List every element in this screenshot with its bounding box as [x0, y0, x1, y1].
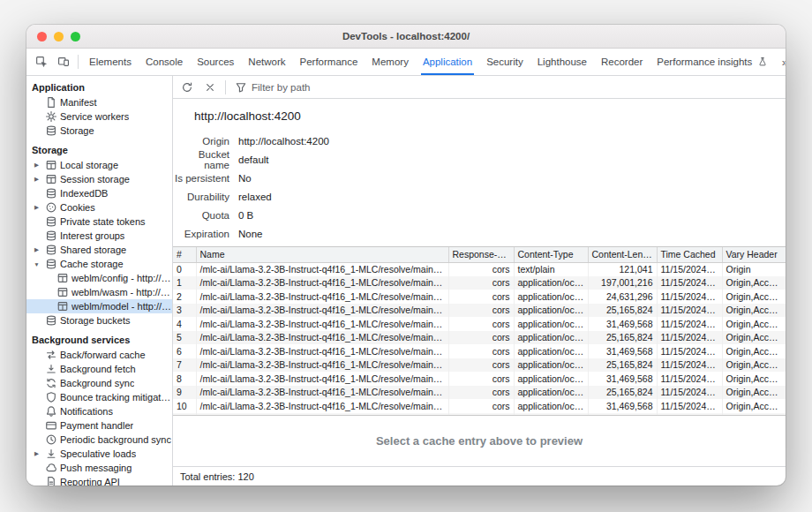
cell-content-type: application/oc… [514, 317, 588, 331]
database-icon [44, 314, 57, 328]
sidebar-item-cache-storage[interactable]: ▼Cache storage [26, 257, 172, 271]
sidebar-item-interest-groups[interactable]: Interest groups [26, 229, 172, 243]
sidebar-item-weblm-config-http-loc[interactable]: weblm/config - http://loc… [26, 271, 172, 285]
sidebar-item-storage-buckets[interactable]: Storage buckets [26, 313, 172, 328]
chevron-right-icon[interactable]: ▶ [32, 204, 41, 211]
tab-label: Network [248, 56, 285, 67]
column-header-response-type[interactable]: Response-Type [448, 247, 514, 262]
tab-application[interactable]: Application [416, 49, 479, 75]
tab-recorder[interactable]: Recorder [594, 49, 650, 75]
tab-security[interactable]: Security [479, 49, 530, 75]
sidebar-item-indexeddb[interactable]: IndexedDB [26, 186, 172, 200]
sidebar-item-background-fetch[interactable]: Background fetch [26, 362, 172, 376]
cell-name: /mlc-ai/Llama-3.2-3B-Instruct-q4f16_1-ML… [196, 386, 448, 400]
chevron-right-icon[interactable]: ▶ [32, 450, 41, 457]
cell-content-length: 25,165,824 [588, 331, 657, 345]
column-header-name[interactable]: Name [196, 247, 448, 262]
sidebar-item-notifications[interactable]: Notifications [26, 404, 172, 418]
cache-toolbar [173, 76, 786, 99]
titlebar[interactable]: DevTools - localhost:4200/ [26, 25, 786, 49]
tab-elements[interactable]: Elements [82, 49, 139, 75]
sidebar-item-speculative-loads[interactable]: ▶Speculative loads [26, 447, 172, 461]
table-row[interactable]: 5/mlc-ai/Llama-3.2-3B-Instruct-q4f16_1-M… [173, 331, 786, 345]
chevron-down-icon[interactable]: ▼ [32, 261, 41, 267]
column-header-content-length[interactable]: Content-Length [588, 247, 657, 262]
minimize-window-button[interactable] [54, 32, 64, 41]
chevron-right-icon[interactable]: ▶ [32, 162, 41, 169]
refresh-button[interactable] [176, 76, 198, 98]
cell-name: /mlc-ai/Llama-3.2-3B-Instruct-q4f16_1-ML… [196, 372, 448, 386]
sidebar-item-manifest[interactable]: Manifest [26, 95, 172, 109]
cell-vary-header: Origin,Access… [722, 331, 786, 345]
sidebar-item-shared-storage[interactable]: ▶Shared storage [26, 243, 172, 257]
table-row[interactable]: 6/mlc-ai/Llama-3.2-3B-Instruct-q4f16_1-M… [173, 344, 786, 358]
close-window-button[interactable] [37, 32, 47, 41]
sidebar-item-cookies[interactable]: ▶Cookies [26, 200, 172, 215]
sidebar-section-application: ApplicationManifestService workersStorag… [26, 80, 172, 138]
sidebar-item-reporting-api[interactable]: Reporting API [26, 475, 172, 486]
chevron-right-icon[interactable]: ▶ [32, 176, 41, 183]
device-toolbar-button[interactable] [52, 51, 74, 73]
sidebar-item-weblm-wasm-http-loca[interactable]: weblm/wasm - http://loca… [26, 285, 172, 299]
column-header-vary-header[interactable]: Vary Header [722, 247, 786, 262]
tab-lighthouse[interactable]: Lighthouse [530, 49, 594, 75]
table-row[interactable]: 8/mlc-ai/Llama-3.2-3B-Instruct-q4f16_1-M… [173, 372, 786, 386]
tab-performance[interactable]: Performance [293, 49, 365, 75]
sidebar-item-payment-handler[interactable]: Payment handler [26, 418, 172, 433]
delete-selected-button[interactable] [199, 76, 221, 98]
cell-response-type: cors [448, 386, 514, 400]
panel-content: ApplicationManifestService workersStorag… [26, 76, 786, 486]
meta-value-quota: 0 B [238, 210, 786, 221]
column-header-content-type[interactable]: Content-Type [514, 247, 588, 262]
table-row[interactable]: 2/mlc-ai/Llama-3.2-3B-Instruct-q4f16_1-M… [173, 290, 786, 304]
column-header-time-cached[interactable]: Time Cached [657, 247, 722, 262]
tab-performance-insights[interactable]: Performance insights [650, 49, 776, 75]
tab-label: Performance [300, 56, 358, 67]
database-icon [44, 187, 57, 200]
table-row[interactable]: 9/mlc-ai/Llama-3.2-3B-Instruct-q4f16_1-M… [173, 386, 786, 400]
cell-content-type: text/plain [514, 262, 588, 276]
meta-label-bucket-name: Bucket name [173, 149, 229, 170]
cache-origin-title: http://localhost:4200 [173, 102, 786, 132]
sidebar-item-private-state-tokens[interactable]: Private state tokens [26, 215, 172, 229]
cell-name: /mlc-ai/Llama-3.2-3B-Instruct-q4f16_1-ML… [196, 331, 448, 345]
table-row[interactable]: 10/mlc-ai/Llama-3.2-3B-Instruct-q4f16_1-… [173, 399, 786, 413]
cell-content-type: application/oc… [514, 386, 588, 400]
sidebar-section-storage: Storage▶Local storage▶Session storageInd… [26, 143, 172, 328]
cell-vary-header: Origin,Access… [722, 276, 786, 290]
sidebar-item-bounce-tracking-mitigations[interactable]: Bounce tracking mitigations [26, 390, 172, 404]
cell-content-type: application/oc… [514, 358, 588, 373]
sidebar-item-weblm-model-http-loc[interactable]: weblm/model - http://loc… [26, 299, 172, 313]
cell-content-length: 31,469,568 [588, 344, 657, 358]
sidebar-item-periodic-background-sync[interactable]: Periodic background sync [26, 433, 172, 447]
tab-sources[interactable]: Sources [190, 49, 241, 75]
sidebar-item-label: Cookies [60, 202, 95, 213]
cell-time-cached: 11/15/2024, 10… [657, 276, 722, 290]
chevron-right-icon[interactable]: ▶ [32, 246, 41, 253]
cell-name: /mlc-ai/Llama-3.2-3B-Instruct-q4f16_1-ML… [196, 358, 448, 373]
sidebar-item-local-storage[interactable]: ▶Local storage [26, 158, 172, 172]
tab-console[interactable]: Console [139, 49, 190, 75]
tab-network[interactable]: Network [241, 49, 292, 75]
sidebar-item-session-storage[interactable]: ▶Session storage [26, 172, 172, 186]
table-row[interactable]: 0/mlc-ai/Llama-3.2-3B-Instruct-q4f16_1-M… [173, 262, 786, 276]
table-row[interactable]: 3/mlc-ai/Llama-3.2-3B-Instruct-q4f16_1-M… [173, 304, 786, 318]
sidebar-item-back-forward-cache[interactable]: Back/forward cache [26, 348, 172, 362]
sidebar-section-title: Background services [26, 333, 172, 348]
zoom-window-button[interactable] [71, 32, 80, 41]
inspect-element-button[interactable] [30, 51, 52, 73]
tab-label: Memory [372, 56, 409, 67]
table-row[interactable]: 7/mlc-ai/Llama-3.2-3B-Instruct-q4f16_1-M… [173, 358, 786, 373]
more-tabs-button[interactable]: » [776, 51, 786, 73]
table-row[interactable]: 1/mlc-ai/Llama-3.2-3B-Instruct-q4f16_1-M… [173, 276, 786, 290]
sidebar-item-background-sync[interactable]: Background sync [26, 376, 172, 390]
sidebar-item-service-workers[interactable]: Service workers [26, 109, 172, 124]
filter-input[interactable] [252, 82, 446, 93]
database-icon [44, 244, 57, 257]
column-header-hash[interactable]: # [173, 247, 196, 262]
sidebar-item-label: Bounce tracking mitigations [60, 392, 172, 403]
sidebar-item-storage[interactable]: Storage [26, 124, 172, 138]
sidebar-item-push-messaging[interactable]: Push messaging [26, 461, 172, 475]
tab-memory[interactable]: Memory [365, 49, 416, 75]
table-row[interactable]: 4/mlc-ai/Llama-3.2-3B-Instruct-q4f16_1-M… [173, 317, 786, 331]
